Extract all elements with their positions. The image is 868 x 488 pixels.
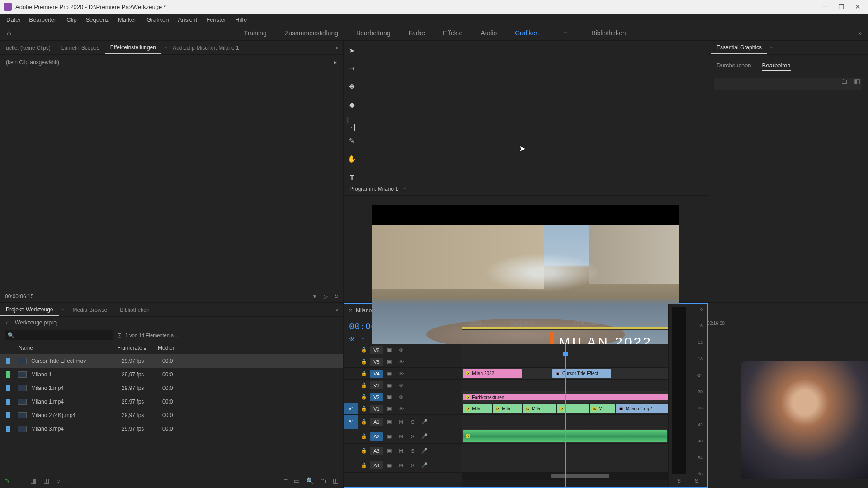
- clip-farbkorrekturen[interactable]: fxFarbkorrekturen: [463, 394, 668, 400]
- solo-l[interactable]: S: [678, 478, 681, 483]
- lock-icon[interactable]: 🔒: [358, 359, 370, 365]
- crop-icon[interactable]: ✥: [347, 82, 357, 92]
- list-view-icon[interactable]: ≣: [18, 477, 23, 484]
- track-v3[interactable]: V3: [370, 381, 383, 389]
- eye-icon[interactable]: 👁: [395, 347, 407, 353]
- home-icon[interactable]: ⌂: [0, 28, 18, 38]
- project-search-input[interactable]: 🔍: [5, 330, 113, 340]
- menu-datei[interactable]: Datei: [2, 14, 24, 25]
- project-item[interactable]: Milano 2 (4K).mp429,97 fps00:0: [0, 408, 343, 422]
- new-item-icon[interactable]: ◫: [333, 477, 339, 484]
- selection-tool-icon[interactable]: ➤: [347, 46, 357, 56]
- vertical-select-icon[interactable]: ⇢: [347, 64, 357, 74]
- mute-icon[interactable]: M: [395, 419, 407, 425]
- menu-hilfe[interactable]: Hilfe: [231, 14, 251, 25]
- sort-icon[interactable]: ≡: [284, 477, 288, 484]
- tab-bibliotheken[interactable]: Bibliotheken: [114, 304, 155, 316]
- ws-audio[interactable]: Audio: [481, 29, 497, 37]
- hand-tool-icon[interactable]: ✋: [347, 154, 357, 164]
- auto-seq-icon[interactable]: ▭: [294, 477, 300, 484]
- ws-bearbeitung[interactable]: Bearbeitung: [356, 29, 391, 37]
- clip-v1-4[interactable]: fxMil: [590, 404, 615, 413]
- tabs-overflow-icon[interactable]: »: [331, 45, 343, 51]
- close-icon[interactable]: ✕: [855, 3, 861, 11]
- maximize-icon[interactable]: ☐: [838, 3, 844, 11]
- clip-milan2022[interactable]: fxMilan 2022: [463, 369, 522, 378]
- clip-v1-5[interactable]: ▣Milano 4.mp4: [616, 404, 668, 413]
- menu-fenster[interactable]: Fenster: [202, 14, 231, 25]
- track-v4[interactable]: V4: [370, 370, 383, 378]
- tab-audioclip-mischer[interactable]: Audioclip-Mischer: Milano 1: [167, 42, 245, 54]
- type-tool-icon[interactable]: T: [347, 172, 357, 182]
- toggle-output-icon[interactable]: ▣: [383, 347, 395, 353]
- menu-sequenz[interactable]: Sequenz: [81, 14, 113, 25]
- folder-icon[interactable]: 🗀: [841, 77, 848, 85]
- minimize-icon[interactable]: ─: [822, 3, 827, 11]
- project-item[interactable]: Milano 129,97 fps00:0: [0, 368, 343, 381]
- icon-view-icon[interactable]: ▦: [30, 477, 36, 484]
- clip-v1-1[interactable]: fxMila: [493, 404, 522, 413]
- ws-farbe[interactable]: Farbe: [408, 29, 425, 37]
- solo-icon[interactable]: S: [407, 419, 419, 425]
- menu-grafiken[interactable]: Grafiken: [142, 14, 173, 25]
- menu-bearbeiten[interactable]: Bearbeiten: [24, 14, 62, 25]
- project-item[interactable]: Milano 1.mp429,97 fps00:0: [0, 381, 343, 395]
- bin-icon[interactable]: 🗀: [6, 319, 11, 326]
- ws-bibliotheken[interactable]: Bibliotheken: [591, 29, 626, 37]
- eg-menu-icon[interactable]: ≡: [767, 45, 773, 51]
- lock-icon[interactable]: 🔒: [358, 382, 370, 388]
- clip-v1-3[interactable]: fx: [557, 404, 589, 413]
- project-item[interactable]: Milano 1.mp429,97 fps00:0: [0, 395, 343, 408]
- solo-r[interactable]: S: [695, 478, 698, 483]
- filter-icon[interactable]: ▼: [312, 293, 317, 300]
- ws-training[interactable]: Training: [244, 29, 267, 37]
- clip-v1-2[interactable]: fxMila: [523, 404, 556, 413]
- caret-icon[interactable]: ▸: [334, 59, 337, 66]
- lock-icon[interactable]: 🔒: [358, 347, 370, 353]
- ws-zusammenstellung[interactable]: Zusammenstellung: [285, 29, 338, 37]
- eg-tab-durchsuchen[interactable]: Durchsuchen: [717, 62, 751, 71]
- voice-icon[interactable]: 🎤: [419, 419, 430, 425]
- col-name[interactable]: Name: [6, 345, 117, 351]
- eg-title[interactable]: Essential Graphics: [711, 42, 767, 54]
- tab-lumetri[interactable]: Lumetri-Scopes: [56, 42, 105, 54]
- lock-icon[interactable]: 🔒: [358, 394, 370, 400]
- lock-icon[interactable]: 🔒: [358, 371, 370, 376]
- track-v1[interactable]: V1: [370, 405, 383, 413]
- playhead[interactable]: [565, 344, 566, 487]
- prj-menu-icon[interactable]: ≡: [59, 307, 67, 313]
- tab-media-browser[interactable]: Media-Browser: [67, 304, 115, 316]
- zoom-slider[interactable]: ○───: [57, 477, 74, 484]
- filter-bin-icon[interactable]: ⊡: [117, 332, 122, 338]
- program-menu-icon[interactable]: ≡: [403, 186, 406, 192]
- col-framerate[interactable]: Framerate▴: [117, 345, 158, 351]
- seq-close-icon[interactable]: ×: [349, 307, 352, 314]
- snap-icon[interactable]: ※: [349, 335, 354, 343]
- menu-ansicht[interactable]: Ansicht: [173, 14, 202, 25]
- ws-effekte[interactable]: Effekte: [443, 29, 462, 37]
- menu-clip[interactable]: Clip: [62, 14, 81, 25]
- patch-v1[interactable]: V1: [344, 403, 358, 414]
- time-ruler[interactable]: :00:00 00:00:04:00 00:00:08:00 00:00:12:…: [462, 317, 668, 330]
- track-a3[interactable]: A3: [370, 447, 383, 455]
- track-a4[interactable]: A4: [370, 461, 383, 469]
- track-a1[interactable]: A1: [370, 418, 383, 426]
- source-timecode[interactable]: 00:00:06:15: [5, 293, 312, 300]
- menu-marken[interactable]: Marken: [113, 14, 142, 25]
- new-layer-icon[interactable]: ◧: [854, 77, 860, 85]
- pen-icon[interactable]: ✎: [5, 477, 10, 484]
- tab-quelle[interactable]: uelle: (keine Clips): [0, 42, 56, 54]
- loop-icon[interactable]: ↻: [334, 293, 339, 300]
- linked-sel-icon[interactable]: ∩: [361, 335, 365, 343]
- prj-overflow-icon[interactable]: »: [331, 307, 343, 313]
- new-bin-icon[interactable]: 🗀: [320, 477, 326, 484]
- tab-menu-icon[interactable]: ≡: [161, 45, 167, 51]
- slip-icon[interactable]: |↔|: [347, 118, 357, 128]
- only-icon[interactable]: ▷: [324, 293, 328, 300]
- tab-effekteinstellungen[interactable]: Effekteinstellungen: [105, 42, 161, 54]
- project-item[interactable]: Milano 3.mp429,97 fps00,0: [0, 422, 343, 436]
- clip-cursor-title[interactable]: ▣Cursor Title Effect.: [552, 369, 611, 378]
- project-item[interactable]: Cursor Title Effect.mov29,97 fps00:0: [0, 354, 343, 368]
- track-v6[interactable]: V6: [370, 346, 383, 354]
- ws-grafiken-menu-icon[interactable]: ≡: [557, 29, 573, 37]
